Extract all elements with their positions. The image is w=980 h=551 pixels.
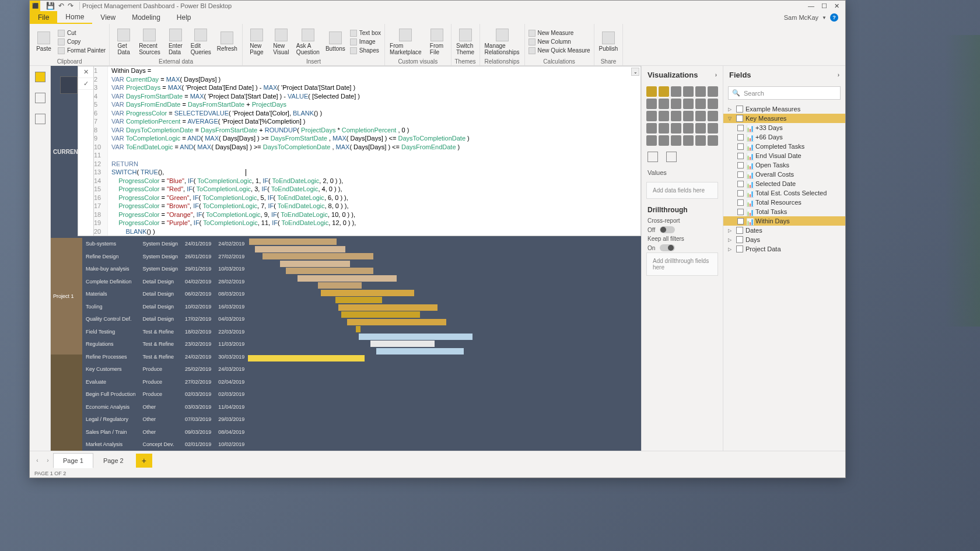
gantt-row[interactable]: Sub-systemsSystem Design24/01/201924/02/… bbox=[82, 238, 248, 250]
gantt-bar[interactable] bbox=[286, 268, 373, 274]
new-quick-measure-button[interactable]: New Quick Measure bbox=[527, 47, 592, 55]
viz-type-icon[interactable] bbox=[708, 86, 718, 97]
ask-question-button[interactable]: Ask A Question bbox=[294, 27, 322, 57]
viz-type-icon[interactable] bbox=[683, 135, 694, 146]
report-canvas[interactable]: CURRENT Project 1 Project 2 Sub-systemsS… bbox=[51, 66, 641, 451]
field-total-tasks[interactable]: 📊Total Tasks bbox=[723, 207, 845, 216]
viz-type-icon[interactable] bbox=[646, 86, 657, 97]
viz-type-icon[interactable] bbox=[671, 111, 681, 121]
gantt-bar[interactable] bbox=[370, 341, 435, 347]
save-icon[interactable]: 💾 bbox=[46, 2, 55, 10]
minimize-icon[interactable]: — bbox=[808, 2, 814, 10]
tab-file[interactable]: File bbox=[30, 11, 57, 24]
paste-button[interactable]: Paste bbox=[32, 30, 55, 53]
format-painter-button[interactable]: Format Painter bbox=[57, 47, 107, 55]
new-column-button[interactable]: New Column bbox=[527, 38, 592, 46]
gantt-row[interactable]: Complete DefinitionDetail Design04/02/20… bbox=[82, 275, 248, 287]
undo-icon[interactable]: ↶ bbox=[58, 2, 64, 10]
viz-type-icon[interactable] bbox=[659, 123, 669, 134]
from-marketplace-button[interactable]: From Marketplace bbox=[387, 27, 424, 57]
gantt-bar[interactable] bbox=[335, 297, 382, 303]
new-visual-button[interactable]: New Visual bbox=[270, 27, 293, 57]
viz-type-icon[interactable] bbox=[646, 111, 657, 121]
viz-type-icon[interactable] bbox=[695, 86, 706, 97]
formula-cancel-icon[interactable]: ✕ bbox=[78, 66, 93, 78]
redo-icon[interactable]: ↷ bbox=[68, 2, 74, 10]
viz-type-icon[interactable] bbox=[695, 99, 706, 109]
formula-commit-icon[interactable]: ✓ bbox=[78, 78, 93, 90]
publish-button[interactable]: Publish bbox=[597, 30, 621, 53]
gantt-bar[interactable] bbox=[341, 311, 420, 318]
image-button[interactable]: Image bbox=[349, 38, 382, 46]
viz-type-icon[interactable] bbox=[695, 111, 706, 121]
gantt-row[interactable]: Market AnalysisConcept Dev.02/01/201910/… bbox=[82, 438, 248, 451]
gantt-row[interactable]: Field TestingTest & Refine18/02/201922/0… bbox=[82, 325, 248, 338]
fields-table-key-measures[interactable]: ▽Key Measures bbox=[723, 114, 845, 123]
gantt-row[interactable]: ToolingDetail Design10/02/201916/03/2019 bbox=[82, 300, 248, 313]
refresh-button[interactable]: Refresh bbox=[215, 30, 240, 53]
gantt-bar[interactable] bbox=[262, 253, 373, 259]
manage-relationships-button[interactable]: Manage Relationships bbox=[482, 27, 522, 57]
new-measure-button[interactable]: New Measure bbox=[527, 29, 592, 37]
gantt-bar[interactable] bbox=[359, 334, 473, 340]
fields-table-dates[interactable]: ▷Dates bbox=[723, 226, 845, 235]
format-tab-icon[interactable] bbox=[666, 152, 677, 162]
viz-type-icon[interactable] bbox=[646, 99, 657, 109]
gantt-bar[interactable] bbox=[255, 246, 345, 252]
new-page-button[interactable]: New Page bbox=[245, 27, 268, 57]
keep-filters-toggle[interactable] bbox=[660, 244, 675, 251]
gantt-visual[interactable]: Project 1 Project 2 Sub-systemsSystem De… bbox=[51, 238, 631, 451]
add-page-button[interactable]: + bbox=[136, 454, 152, 468]
get-data-button[interactable]: Get Data bbox=[112, 27, 135, 57]
formula-expand-icon[interactable]: ⌄ bbox=[631, 68, 639, 76]
field-total-resources[interactable]: 📊Total Resources bbox=[723, 198, 845, 207]
fields-table-example-measures[interactable]: ▷Example Measures bbox=[723, 104, 845, 114]
viz-type-icon[interactable] bbox=[671, 135, 681, 146]
shapes-button[interactable]: Shapes bbox=[349, 47, 382, 55]
viz-type-icon[interactable] bbox=[695, 135, 706, 146]
values-well[interactable]: Add data fields here bbox=[646, 182, 718, 199]
fields-search[interactable]: 🔍 Search bbox=[728, 86, 841, 100]
model-view-icon[interactable] bbox=[35, 114, 46, 124]
page-tab-2[interactable]: Page 2 bbox=[93, 453, 134, 468]
gantt-bar[interactable] bbox=[356, 326, 360, 332]
gantt-bar[interactable] bbox=[376, 348, 464, 355]
gantt-bar[interactable] bbox=[249, 238, 337, 245]
tab-home[interactable]: Home bbox=[57, 11, 92, 24]
viz-type-icon[interactable] bbox=[708, 135, 718, 146]
field-overall-costs[interactable]: 📊Overall Costs bbox=[723, 170, 845, 179]
viz-type-icon[interactable] bbox=[646, 135, 657, 146]
viz-type-icon[interactable] bbox=[671, 99, 681, 109]
gantt-row[interactable]: Begin Full ProductionProduce02/03/201902… bbox=[82, 388, 248, 401]
field-total-est-costs-selected[interactable]: 📊Total Est. Costs Selected bbox=[723, 188, 845, 198]
gantt-row[interactable]: Refine DesignSystem Design26/01/201927/0… bbox=[82, 250, 248, 262]
data-view-icon[interactable] bbox=[35, 93, 46, 103]
cross-report-toggle[interactable] bbox=[660, 226, 675, 233]
viz-type-icon[interactable] bbox=[683, 86, 694, 97]
viz-type-icon[interactable] bbox=[671, 86, 681, 97]
report-view-icon[interactable] bbox=[35, 72, 46, 82]
viz-type-icon[interactable] bbox=[671, 123, 681, 134]
cut-button[interactable]: Cut bbox=[57, 29, 107, 37]
viz-type-icon[interactable] bbox=[659, 135, 669, 146]
field-open-tasks[interactable]: 📊Open Tasks bbox=[723, 160, 845, 170]
viz-type-icon[interactable] bbox=[659, 99, 669, 109]
tab-help[interactable]: Help bbox=[169, 11, 200, 24]
gantt-bar[interactable] bbox=[347, 319, 446, 325]
fields-table-project-data[interactable]: ▷Project Data bbox=[723, 244, 845, 254]
field--33-days[interactable]: 📊+33 Days bbox=[723, 123, 845, 132]
drillthrough-well[interactable]: Add drillthrough fields here bbox=[646, 252, 718, 276]
text-box-button[interactable]: Text box bbox=[349, 29, 382, 37]
field--66-days[interactable]: 📊+66 Days bbox=[723, 132, 845, 142]
gantt-bar[interactable] bbox=[298, 275, 397, 282]
field-end-visual-date[interactable]: 📊End Visual Date bbox=[723, 151, 845, 160]
gantt-bar[interactable] bbox=[248, 355, 365, 362]
gantt-row[interactable]: Refine ProcessesTest & Refine24/02/20193… bbox=[82, 350, 248, 363]
gantt-row[interactable]: Quality Control Def.Detail Design17/02/2… bbox=[82, 313, 248, 325]
field-within-days[interactable]: 📊Within Days bbox=[723, 216, 845, 226]
maximize-icon[interactable]: ☐ bbox=[821, 2, 827, 10]
viz-type-icon[interactable] bbox=[708, 99, 718, 109]
formula-code[interactable]: Within Days =VAR CurrentDay = MAX( Days[… bbox=[108, 66, 640, 236]
gantt-row[interactable]: MaterialsDetail Design06/02/201908/03/20… bbox=[82, 288, 248, 300]
edit-queries-button[interactable]: Edit Queries bbox=[188, 27, 214, 57]
